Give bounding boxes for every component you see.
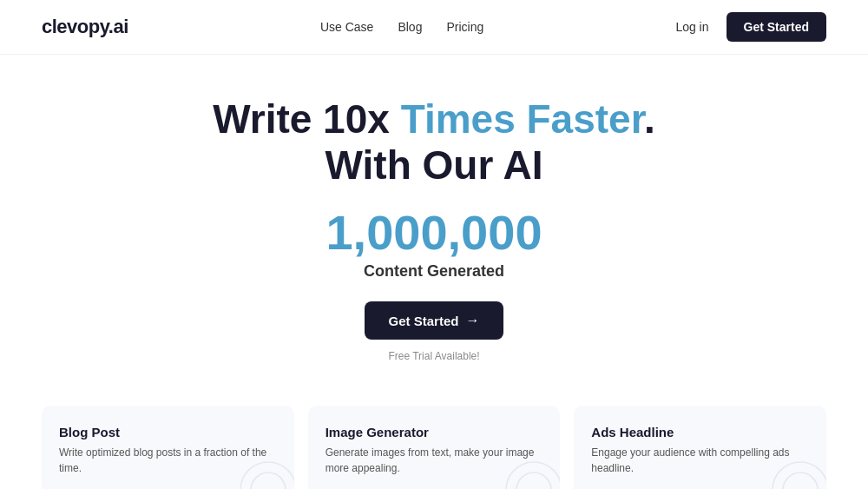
card-blog-post-desc: Write optimized blog posts in a fraction… [59, 445, 277, 476]
logo: clevopy.ai [42, 16, 128, 38]
navbar: clevopy.ai Use Case Blog Pricing Log in … [0, 0, 868, 55]
cards-row-1: Blog Post Write optimized blog posts in … [42, 406, 826, 489]
login-button[interactable]: Log in [675, 20, 708, 34]
hero-subtitle: With Our AI [17, 142, 851, 188]
card-image-generator-title: Image Generator [326, 425, 543, 439]
hero-title-highlight: Times Faster [401, 96, 644, 142]
hero-free-trial: Free Trial Available! [17, 350, 851, 362]
hero-btn-arrow-icon: → [465, 313, 479, 328]
nav-pricing[interactable]: Pricing [446, 20, 483, 34]
card-image-generator-desc: Generate images from text, make your ima… [326, 445, 543, 476]
hero-title-part1: Write 10x [213, 96, 400, 142]
hero-get-started-button[interactable]: Get Started → [365, 301, 504, 340]
nav-blog[interactable]: Blog [398, 20, 422, 34]
hero-title: Write 10x Times Faster. [17, 96, 851, 142]
card-ads-headline-title: Ads Headline [591, 425, 809, 439]
hero-count: 1,000,000 [17, 206, 851, 260]
card-ads-headline-desc: Engage your audience with compelling ads… [591, 445, 809, 476]
cards-section: Blog Post Write optimized blog posts in … [0, 388, 868, 489]
hero-count-label: Content Generated [17, 262, 851, 281]
hero-section: Write 10x Times Faster. With Our AI 1,00… [0, 55, 868, 388]
nav-actions: Log in Get Started [675, 12, 826, 42]
hero-title-period: . [644, 96, 655, 142]
hero-btn-label: Get Started [389, 314, 459, 328]
nav-get-started-button[interactable]: Get Started [727, 12, 826, 42]
card-ads-headline: Ads Headline Engage your audience with c… [574, 406, 826, 489]
nav-links: Use Case Blog Pricing [320, 20, 483, 34]
card-image-generator: Image Generator Generate images from tex… [308, 406, 561, 489]
hero-cta-group: Get Started → [17, 301, 851, 347]
card-blog-post: Blog Post Write optimized blog posts in … [42, 406, 294, 489]
card-blog-post-title: Blog Post [59, 425, 277, 439]
nav-use-case[interactable]: Use Case [320, 20, 373, 34]
